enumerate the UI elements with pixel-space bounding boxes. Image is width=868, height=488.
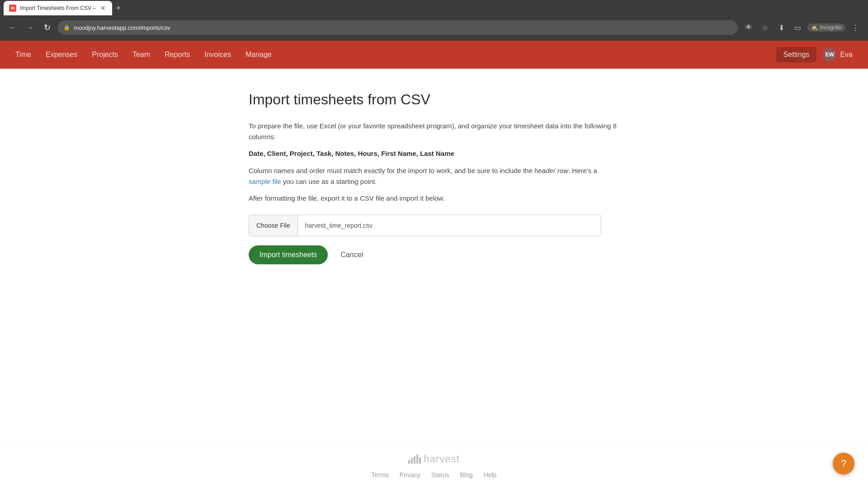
settings-button[interactable]: Settings (776, 47, 817, 62)
nav-right: Settings EW Eva (776, 44, 859, 65)
address-bar-row: ← → ↻ 🔒 moodjoy.harvestapp.com/imports/c… (0, 16, 868, 39)
help-button[interactable]: ? (833, 453, 854, 474)
file-name-display: harvest_time_report.csv (298, 222, 601, 229)
incognito-badge: 🕵 Incognito (807, 23, 845, 32)
back-button[interactable]: ← (6, 21, 19, 34)
main-content: Import timesheets from CSV To prepare th… (231, 91, 637, 264)
nav-projects[interactable]: Projects (85, 47, 124, 62)
nav-reports[interactable]: Reports (158, 47, 196, 62)
logo-bars (408, 455, 421, 464)
harvest-logo: harvest (408, 453, 459, 465)
download-icon[interactable]: ⬇ (775, 21, 788, 34)
footer-blog-link[interactable]: Blog (460, 471, 472, 479)
file-input-row: Choose File harvest_time_report.csv (249, 215, 601, 236)
page-title: Import timesheets from CSV (249, 91, 619, 108)
user-name-label: Eva (840, 51, 853, 59)
forward-button[interactable]: → (24, 21, 36, 34)
description-2: Column names and order must match exactl… (249, 165, 619, 187)
cancel-button[interactable]: Cancel (333, 245, 370, 264)
desc2-italic: header row (534, 167, 568, 174)
desc2-after: . Here's a (568, 167, 597, 174)
active-tab[interactable]: H Import Timesheets From CSV – ✕ (4, 1, 112, 15)
footer-help-link[interactable]: Help (483, 471, 496, 479)
bookmark-icon[interactable]: ☆ (759, 21, 771, 34)
more-options-icon[interactable]: ⋮ (849, 21, 862, 34)
lock-icon: 🔒 (63, 24, 70, 31)
url-text: moodjoy.harvestapp.com/imports/csv (74, 24, 170, 31)
action-row: Import timesheets Cancel (249, 245, 619, 264)
eyeoff-icon: 👁 (742, 21, 755, 34)
import-timesheets-button[interactable]: Import timesheets (249, 245, 328, 264)
footer-status-link[interactable]: Status (431, 471, 449, 479)
columns-list: Date, Client, Project, Task, Notes, Hour… (249, 150, 619, 157)
sample-file-link[interactable]: sample file (249, 178, 281, 185)
tab-bar: H Import Timesheets From CSV – ✕ + (0, 0, 868, 16)
address-bar[interactable]: 🔒 moodjoy.harvestapp.com/imports/csv (58, 20, 738, 35)
app-nav: Time Expenses Projects Team Reports Invo… (0, 41, 868, 69)
desc2-before: Column names and order must match exactl… (249, 167, 534, 174)
nav-invoices[interactable]: Invoices (198, 47, 237, 62)
nav-manage[interactable]: Manage (239, 47, 278, 62)
tab-favicon: H (9, 5, 16, 12)
footer-terms-link[interactable]: Terms (372, 471, 389, 479)
choose-file-button[interactable]: Choose File (249, 215, 298, 236)
footer: harvest Terms Privacy Status Blog Help (0, 443, 868, 488)
new-tab-button[interactable]: + (112, 2, 125, 14)
desc2-end: you can use as a starting point. (281, 178, 377, 185)
description-1: To prepare the file, use Excel (or your … (249, 121, 619, 142)
incognito-icon: 🕵 (811, 24, 818, 31)
user-menu-button[interactable]: EW Eva (816, 44, 859, 65)
user-avatar: EW (823, 48, 836, 61)
tab-close-button[interactable]: ✕ (99, 5, 107, 12)
split-view-icon[interactable]: ▭ (791, 21, 804, 34)
nav-time[interactable]: Time (9, 47, 38, 62)
nav-expenses[interactable]: Expenses (39, 47, 84, 62)
nav-team[interactable]: Team (126, 47, 156, 62)
footer-privacy-link[interactable]: Privacy (400, 471, 420, 479)
browser-actions: 👁 ☆ ⬇ ▭ 🕵 Incognito ⋮ (742, 21, 862, 34)
nav-links: Time Expenses Projects Team Reports Invo… (9, 47, 776, 62)
tab-title: Import Timesheets From CSV – (20, 5, 96, 11)
browser-chrome: H Import Timesheets From CSV – ✕ + ← → ↻… (0, 0, 868, 41)
reload-button[interactable]: ↻ (41, 21, 53, 34)
footer-links: Terms Privacy Status Blog Help (372, 471, 497, 479)
description-3: After formatting the file, export it to … (249, 194, 619, 202)
